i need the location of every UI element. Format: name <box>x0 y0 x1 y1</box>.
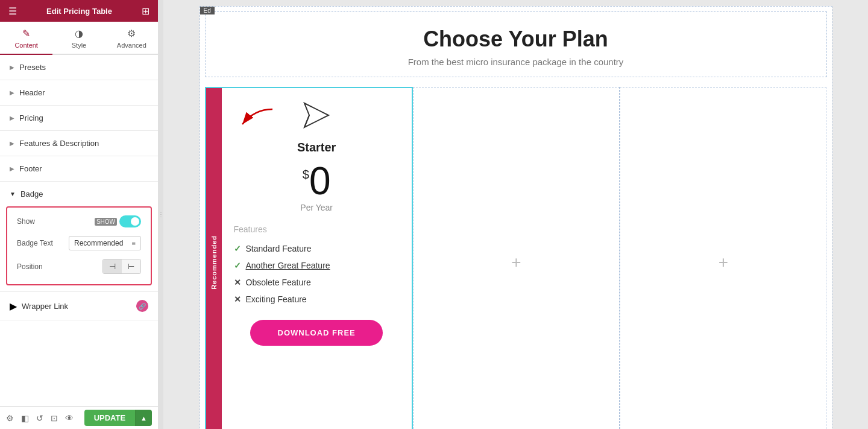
section-presets-label: Presets <box>19 63 46 72</box>
feature-text-0: Standard Feature <box>246 244 312 253</box>
update-button[interactable]: UPDATE <box>84 410 135 426</box>
bottom-toolbar: ⚙ ◧ ↺ ⊡ 👁 UPDATE ▲ <box>0 406 158 429</box>
add-card-plus-1[interactable]: + <box>414 87 619 429</box>
arrow-icon: ▶ <box>10 140 14 147</box>
section-footer[interactable]: ▶ Footer <box>0 156 158 182</box>
svg-marker-1 <box>304 103 329 127</box>
badge-show-label: Show <box>17 217 35 226</box>
pricing-card-empty-2[interactable]: + <box>620 87 826 429</box>
feature-item-3: ✕ Exciting Feature <box>234 291 400 308</box>
badge-text-label: Badge Text <box>17 239 53 247</box>
section-pricing-label: Pricing <box>19 113 43 122</box>
section-footer-label: Footer <box>19 164 42 173</box>
section-features-label: Features & Description <box>19 139 99 148</box>
badge-show-row: Show SHOW <box>14 211 143 232</box>
link-icon: 🔗 <box>139 303 146 310</box>
eye-icon[interactable]: 👁 <box>65 413 74 423</box>
tab-style[interactable]: ◑ Style <box>52 22 105 55</box>
hamburger-icon[interactable]: ☰ <box>8 5 17 17</box>
card-starter-content: Starter $ 0 Per Year Features ✓ Standard… <box>206 88 412 358</box>
feature-check-icon: ✓ <box>234 261 241 270</box>
feature-item-2: ✕ Obsolete Feature <box>234 274 400 291</box>
advanced-tab-label: Advanced <box>117 42 146 49</box>
section-features[interactable]: ▶ Features & Description <box>0 131 158 156</box>
text-icon: ≡ <box>132 240 136 247</box>
card-price: 0 <box>309 162 331 200</box>
pricing-subtitle: From the best micro insurance package in… <box>218 57 814 67</box>
update-arrow-button[interactable]: ▲ <box>135 410 152 426</box>
badge-fields-container: Show SHOW Badge Text Recommended ≡ <box>6 206 152 285</box>
panel-title: Edit Pricing Table <box>46 7 112 16</box>
cards-row: Recommended <box>200 82 832 429</box>
badge-text-input[interactable]: Recommended ≡ <box>69 236 141 250</box>
pricing-main-title: Choose Your Plan <box>218 27 814 52</box>
wrapper-link-left: ▶ Wrapper Link <box>10 300 68 312</box>
panel-header: ☰ Edit Pricing Table ⊞ <box>0 0 158 22</box>
panel-tabs: ✎ Content ◑ Style ⚙ Advanced <box>0 22 158 55</box>
pricing-card-starter[interactable]: Recommended <box>205 87 413 429</box>
wrapper-link-icon: 🔗 <box>136 300 148 312</box>
wrapper-link-arrow-icon: ▶ <box>10 300 17 312</box>
badge-text-row: Badge Text Recommended ≡ <box>14 232 143 255</box>
style-tab-icon: ◑ <box>75 28 83 39</box>
add-card-plus-2[interactable]: + <box>620 87 826 429</box>
left-panel: ☰ Edit Pricing Table ⊞ ✎ Content ◑ Style… <box>0 0 159 429</box>
section-header-label: Header <box>19 88 45 97</box>
badge-text-value: Recommended <box>74 239 123 247</box>
position-right-button[interactable]: ⊢ <box>122 259 140 273</box>
position-left-button[interactable]: ⊣ <box>103 259 122 273</box>
card-starter-title: Starter <box>297 141 336 154</box>
card-starter-icon <box>301 100 332 136</box>
badge-position-buttons: ⊣ ⊢ <box>102 259 141 274</box>
section-badge: ▼ Badge Show SHOW Badge Text Recommended <box>0 182 158 292</box>
content-tab-label: Content <box>14 42 38 49</box>
arrow-icon: ▶ <box>10 64 14 71</box>
arrow-icon: ▶ <box>10 115 14 121</box>
feature-text-3: Exciting Feature <box>246 294 307 304</box>
feature-x-icon: ✕ <box>234 278 241 287</box>
section-header[interactable]: ▶ Header <box>0 80 158 106</box>
feature-item-0: ✓ Standard Feature <box>234 240 400 257</box>
resize-handle[interactable]: ⋮ <box>159 0 163 429</box>
layers-icon[interactable]: ◧ <box>21 413 29 423</box>
tab-advanced[interactable]: ⚙ Advanced <box>105 22 158 55</box>
settings-icon[interactable]: ⚙ <box>6 413 14 423</box>
feature-item-1: ✓ Another Great Feature <box>234 257 400 274</box>
recommended-badge-text: Recommended <box>210 235 218 290</box>
badge-position-label: Position <box>17 262 43 271</box>
arrow-icon: ▶ <box>10 165 14 172</box>
feature-text-2: Obsolete Feature <box>246 278 311 287</box>
feature-x-icon: ✕ <box>234 294 241 304</box>
wrapper-link-label: Wrapper Link <box>22 302 68 311</box>
bottom-icons: ⚙ ◧ ↺ ⊡ 👁 <box>6 413 74 423</box>
section-presets[interactable]: ▶ Presets <box>0 55 158 80</box>
badge-position-row: Position ⊣ ⊢ <box>14 255 143 278</box>
advanced-tab-icon: ⚙ <box>127 28 136 39</box>
content-tab-icon: ✎ <box>22 28 30 39</box>
card-currency: $ <box>303 168 309 182</box>
card-cta-button[interactable]: DOWNLOAD FREE <box>250 320 383 346</box>
main-canvas: Ed Choose Your Plan From the best micro … <box>163 0 868 429</box>
pricing-header: Choose Your Plan From the best micro ins… <box>205 11 827 77</box>
history-icon[interactable]: ⊡ <box>51 413 58 423</box>
arrow-icon: ▶ <box>10 89 14 96</box>
badge-section-header[interactable]: ▼ Badge <box>0 182 158 206</box>
recommended-badge: Recommended <box>206 88 222 429</box>
undo-icon[interactable]: ↺ <box>36 413 43 423</box>
section-pricing[interactable]: ▶ Pricing <box>0 106 158 131</box>
feature-check-icon: ✓ <box>234 244 241 253</box>
grid-icon[interactable]: ⊞ <box>142 5 149 17</box>
card-features-title: Features <box>234 224 400 234</box>
canvas-widget: Ed Choose Your Plan From the best micro … <box>200 6 832 429</box>
panel-sections: ▶ Presets ▶ Header ▶ Pricing ▶ Features … <box>0 55 158 406</box>
badge-arrow-down-icon: ▼ <box>10 191 16 197</box>
pricing-card-empty-1[interactable]: + <box>413 87 620 429</box>
tab-content[interactable]: ✎ Content <box>0 22 52 55</box>
badge-show-toggle[interactable] <box>119 215 141 227</box>
section-wrapper-link[interactable]: ▶ Wrapper Link 🔗 <box>0 292 158 320</box>
edit-badge[interactable]: Ed <box>200 7 215 14</box>
card-price-wrapper: $ 0 <box>303 162 331 200</box>
badge-section-label: Badge <box>20 189 43 199</box>
style-tab-label: Style <box>72 42 86 49</box>
card-period: Per Year <box>300 203 333 212</box>
